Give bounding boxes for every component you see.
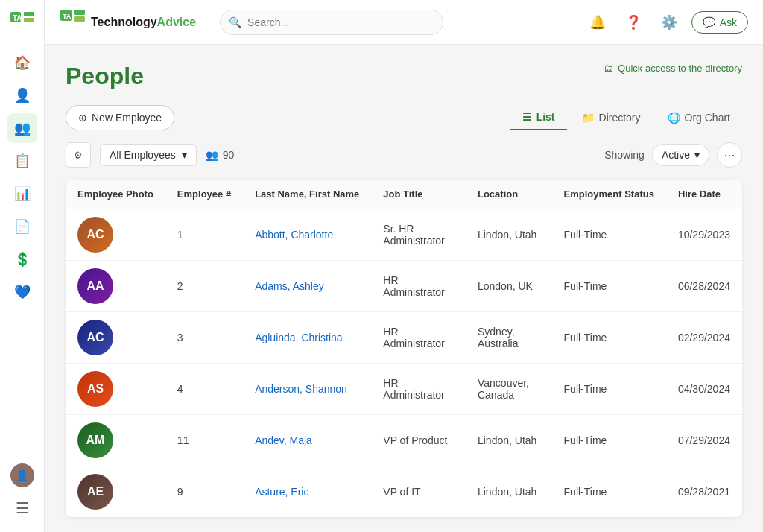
cell-number: 3 xyxy=(165,312,243,364)
cell-number: 1 xyxy=(165,209,243,261)
svg-text:TA: TA xyxy=(13,14,22,22)
employee-avatar: AC xyxy=(77,320,113,355)
status-filter-select[interactable]: Active ▾ xyxy=(652,144,709,166)
search-input[interactable] xyxy=(220,10,443,35)
settings-button[interactable]: ⚙️ xyxy=(656,9,683,36)
help-button[interactable]: ❓ xyxy=(620,9,647,36)
table-row: AS 4 Anderson, Shannon HR Administrator … xyxy=(66,364,742,415)
cell-name: Agluinda, Christina xyxy=(243,312,371,364)
people-icon: 👥 xyxy=(14,120,31,136)
quick-access-link[interactable]: 🗂 Quick access to the directory xyxy=(604,63,742,74)
cell-employment-status: Full-Time xyxy=(552,415,666,466)
employee-count: 👥 90 xyxy=(206,149,235,161)
page-header: People 🗂 Quick access to the directory xyxy=(66,63,742,90)
ask-label: Ask xyxy=(720,16,737,28)
new-employee-button[interactable]: ⊕ New Employee xyxy=(66,105,174,130)
table-body: AC 1 Abbott, Charlotte Sr. HR Administra… xyxy=(66,209,742,518)
employees-filter-select[interactable]: All Employees ▾ xyxy=(100,144,197,166)
sidebar-item-people[interactable]: 👥 xyxy=(7,113,37,143)
employee-name-link[interactable]: Adams, Ashley xyxy=(255,280,324,292)
more-options-button[interactable]: ··· xyxy=(717,142,742,168)
topbar-actions: 🔔 ❓ ⚙️ 💬 Ask xyxy=(584,9,748,36)
sidebar-item-person[interactable]: 👤 xyxy=(7,80,37,110)
person-icon: 👤 xyxy=(14,87,31,104)
sidebar-item-clipboard[interactable]: 📋 xyxy=(7,146,37,176)
topbar-logo: TA TechnologyAdvice xyxy=(60,9,196,36)
sidebar-item-health[interactable]: 💙 xyxy=(7,277,37,307)
cell-name: Anderson, Shannon xyxy=(243,364,371,415)
cell-location: Lindon, Utah xyxy=(466,415,552,466)
app-logo[interactable]: TA xyxy=(7,9,37,39)
cell-employment-status: Full-Time xyxy=(552,466,666,518)
bell-icon: 🔔 xyxy=(589,14,606,31)
cell-photo: AM xyxy=(66,415,165,466)
cell-title: HR Administrator xyxy=(371,261,466,312)
employee-name-link[interactable]: Andev, Maja xyxy=(255,434,312,446)
filter-bar-right: Showing Active ▾ ··· xyxy=(604,142,742,168)
help-icon: ❓ xyxy=(625,14,642,31)
sidebar-item-dollar[interactable]: 💲 xyxy=(7,244,37,274)
col-photo: Employee Photo xyxy=(66,180,165,209)
plus-circle-icon: ⊕ xyxy=(78,112,87,124)
notifications-button[interactable]: 🔔 xyxy=(584,9,611,36)
quick-access-label: Quick access to the directory xyxy=(618,63,742,74)
svg-rect-3 xyxy=(24,18,34,22)
dollar-icon: 💲 xyxy=(14,251,31,267)
sidebar-item-document[interactable]: 📄 xyxy=(7,212,37,241)
cell-hire-date: 06/28/2024 xyxy=(666,261,742,312)
col-hiredate: Hire Date xyxy=(666,180,742,209)
status-chevron-icon: ▾ xyxy=(694,149,700,161)
cell-employment-status: Full-Time xyxy=(552,261,666,312)
table-header: Employee Photo Employee # Last Name, Fir… xyxy=(66,180,742,209)
tab-list[interactable]: ☰ List xyxy=(510,105,567,130)
cell-name: Abbott, Charlotte xyxy=(243,209,371,261)
employee-avatar: AA xyxy=(77,268,113,304)
filter-toggle-button[interactable]: ⚙ xyxy=(66,142,91,168)
employee-name-link[interactable]: Agluinda, Christina xyxy=(255,332,343,343)
employee-avatar: AM xyxy=(77,422,113,458)
cell-name: Andev, Maja xyxy=(243,415,371,466)
tab-org-chart-label: Org Chart xyxy=(685,112,730,124)
chart-icon: 📊 xyxy=(14,186,31,202)
svg-rect-6 xyxy=(74,10,85,15)
document-icon: 📄 xyxy=(14,218,31,235)
home-icon: 🏠 xyxy=(14,54,31,71)
ask-button[interactable]: 💬 Ask xyxy=(691,11,748,34)
cell-name: Asture, Eric xyxy=(243,466,371,518)
col-number: Employee # xyxy=(165,180,243,209)
tab-list-label: List xyxy=(536,111,555,123)
cell-location: Lindon, Utah xyxy=(466,466,552,518)
cell-name: Adams, Ashley xyxy=(243,261,371,312)
col-name: Last Name, First Name xyxy=(243,180,371,209)
employee-avatar: AC xyxy=(77,217,113,253)
user-avatar-icon: 👤 xyxy=(16,469,28,481)
cell-location: London, UK xyxy=(466,261,552,312)
sidebar-menu-icon[interactable]: ☰ xyxy=(7,493,37,523)
dropdown-chevron-icon: ▾ xyxy=(182,149,187,161)
cell-hire-date: 07/29/2024 xyxy=(666,415,742,466)
directory-icon: 📁 xyxy=(582,112,595,124)
new-employee-label: New Employee xyxy=(92,112,162,124)
search-container: 🔍 xyxy=(220,10,443,35)
table-header-row: Employee Photo Employee # Last Name, Fir… xyxy=(66,180,742,209)
cell-photo: AE xyxy=(66,466,165,518)
sidebar-item-chart[interactable]: 📊 xyxy=(7,179,37,209)
cell-number: 11 xyxy=(165,415,243,466)
search-icon: 🔍 xyxy=(229,16,241,28)
cell-hire-date: 09/28/2021 xyxy=(666,466,742,518)
view-tabs: ☰ List 📁 Directory 🌐 Org Chart xyxy=(510,105,742,130)
table-row: AM 11 Andev, Maja VP of Product Lindon, … xyxy=(66,415,742,466)
sidebar-item-home[interactable]: 🏠 xyxy=(7,48,37,77)
filter-bar: ⚙ All Employees ▾ 👥 90 Showing Active ▾ … xyxy=(66,142,742,168)
tab-directory[interactable]: 📁 Directory xyxy=(570,106,653,130)
employee-name-link[interactable]: Asture, Eric xyxy=(255,486,308,498)
count-value: 90 xyxy=(223,149,235,161)
employee-name-link[interactable]: Abbott, Charlotte xyxy=(255,229,333,241)
cell-employment-status: Full-Time xyxy=(552,364,666,415)
status-label: Active xyxy=(662,149,690,161)
user-avatar[interactable]: 👤 xyxy=(10,463,34,487)
main-content: TA TechnologyAdvice 🔍 🔔 ❓ ⚙️ 💬 Ask xyxy=(45,0,763,532)
cell-photo: AC xyxy=(66,209,165,261)
employee-name-link[interactable]: Anderson, Shannon xyxy=(255,383,347,395)
tab-org-chart[interactable]: 🌐 Org Chart xyxy=(656,106,742,130)
